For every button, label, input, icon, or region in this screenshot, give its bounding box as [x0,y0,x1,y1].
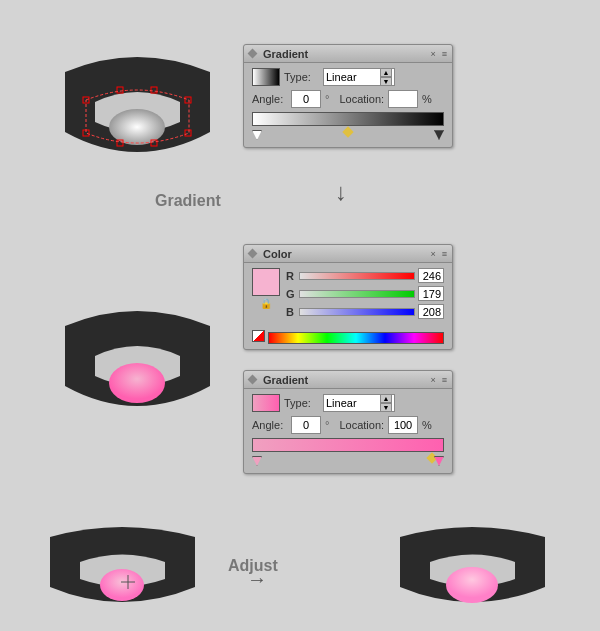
svg-point-10 [100,569,144,601]
diamond-indicator-1[interactable] [342,126,353,137]
stepper-up[interactable]: ▲ [380,68,392,77]
gradient-panel-2-menu-icon[interactable]: ≡ [442,375,447,385]
angle-row-2: Angle: ° Location: % [252,416,444,434]
type-select-text-2: Linear [326,397,357,409]
stepper-up-2[interactable]: ▲ [380,394,392,403]
percent-label: % [422,93,432,105]
slider-end-right-2[interactable] [434,456,444,466]
rainbow-bar[interactable] [268,332,444,344]
degree-symbol: ° [325,93,329,105]
color-panel-titlebar: Color × ≡ [244,245,452,263]
svg-point-9 [109,363,165,403]
type-row: Type: Linear ▲ ▼ [252,68,444,86]
r-value[interactable]: 246 [418,268,444,283]
percent-label-2: % [422,419,432,431]
stepper-down-2[interactable]: ▼ [380,403,392,412]
location-label-2: Location: [339,419,384,431]
stepper-down[interactable]: ▼ [380,77,392,86]
gradient-panel-2-titlebar: Gradient × ≡ [244,371,452,389]
bottom-left-mouth-svg [40,517,205,617]
b-value[interactable]: 208 [418,304,444,319]
gradient-track-container-1 [252,112,444,140]
gradient-panel-2-title: Gradient [263,374,308,386]
lock-icon: 🔒 [252,298,280,309]
gradient-panel-1-titlebar: Gradient × ≡ [244,45,452,63]
location-label: Location: [339,93,384,105]
r-channel-row: R 246 [286,268,444,283]
g-channel-bar[interactable] [299,290,415,298]
type-label-2: Type: [284,397,319,409]
gradient-panel-1-title: Gradient [263,48,308,60]
angle-label: Angle: [252,93,287,105]
gradient-track-1[interactable] [252,112,444,126]
right-arrow: → [247,568,267,591]
location-input-2[interactable] [388,416,418,434]
b-label: B [286,306,296,318]
gradient-panel-2-close[interactable]: × [430,375,435,385]
middle-mouth-svg [55,296,220,426]
color-panel-title: Color [263,248,292,260]
gradient-label: Gradient [155,192,221,210]
gradient-preview-swatch-2 [252,394,280,412]
g-value[interactable]: 179 [418,286,444,301]
svg-point-13 [446,567,498,603]
type-stepper[interactable]: ▲ ▼ [380,68,392,86]
location-input[interactable] [388,90,418,108]
color-panel[interactable]: Color × ≡ 🔒 R 246 G [243,244,453,350]
bottom-right-mouth-svg [390,517,555,617]
gradient-panel-1-close[interactable]: × [430,49,435,59]
angle-label-2: Angle: [252,419,287,431]
angle-input-2[interactable] [291,416,321,434]
gradient-panel-2[interactable]: Gradient × ≡ Type: Linear ▲ ▼ Angle: ° L… [243,370,453,474]
color-panel-body: 🔒 R 246 G 179 B 208 [244,263,452,349]
color-panel-close[interactable]: × [430,249,435,259]
angle-row: Angle: ° Location: % [252,90,444,108]
angle-input[interactable] [291,90,321,108]
slider-end-right-1[interactable] [434,130,444,140]
type-stepper-2[interactable]: ▲ ▼ [380,394,392,412]
slider-end-left-1[interactable] [252,130,262,140]
type-select[interactable]: Linear ▲ ▼ [323,68,395,86]
gradient-track-container-2 [252,438,444,466]
type-label: Type: [284,71,319,83]
gradient-panel-1[interactable]: Gradient × ≡ Type: Linear ▲ ▼ Angle: ° [243,44,453,148]
g-channel-row: G 179 [286,286,444,301]
g-label: G [286,288,296,300]
b-channel-row: B 208 [286,304,444,319]
degree-symbol-2: ° [325,419,329,431]
b-channel-bar[interactable] [299,308,415,316]
gradient-panel-1-body: Type: Linear ▲ ▼ Angle: ° Location: % [244,63,452,147]
title-diamond-icon [248,49,258,59]
gradient-preview-swatch [252,68,280,86]
slider-end-left-2[interactable] [252,456,262,466]
down-arrow: ↓ [335,178,347,206]
panel-menu-icon[interactable]: ≡ [442,49,447,59]
type-select-2[interactable]: Linear ▲ ▼ [323,394,395,412]
r-label: R [286,270,296,282]
color-swatch[interactable] [252,268,280,296]
title-diamond-icon-2 [248,375,258,385]
warning-swatch [252,330,265,342]
r-channel-bar[interactable] [299,272,415,280]
color-panel-menu-icon[interactable]: ≡ [442,249,447,259]
gradient-panel-2-body: Type: Linear ▲ ▼ Angle: ° Location: % [244,389,452,473]
type-row-2: Type: Linear ▲ ▼ [252,394,444,412]
type-select-text: Linear [326,71,357,83]
gradient-track-pink[interactable] [252,438,444,452]
top-mouth-svg [55,42,220,172]
color-title-diamond-icon [248,249,258,259]
